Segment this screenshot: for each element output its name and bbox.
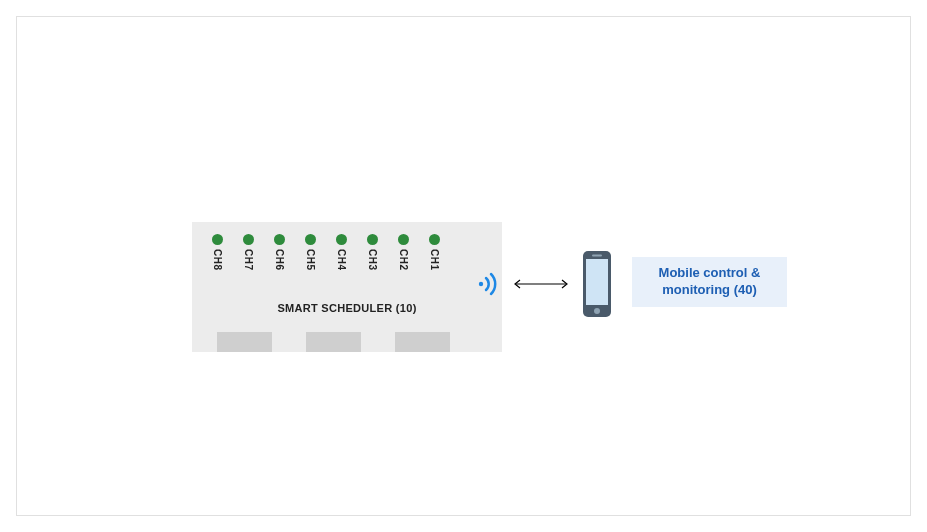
channel: CH4: [336, 234, 347, 271]
channel-label: CH1: [429, 249, 440, 271]
led-icon: [398, 234, 409, 245]
led-icon: [367, 234, 378, 245]
smart-scheduler-device: CH8 CH7 CH6 CH5 CH4 CH3: [192, 222, 502, 352]
channel: CH1: [429, 234, 440, 271]
mobile-control-label: Mobile control & monitoring (40): [640, 265, 779, 299]
channel-label: CH8: [212, 249, 223, 271]
bidirectional-arrow-icon: [512, 283, 570, 285]
wifi-icon: [477, 272, 501, 296]
channel: CH3: [367, 234, 378, 271]
channel: CH7: [243, 234, 254, 271]
connector-slot: [306, 332, 361, 352]
led-icon: [305, 234, 316, 245]
connector-slot: [217, 332, 272, 352]
connector-slot: [395, 332, 450, 352]
svg-point-4: [594, 308, 600, 314]
channel-label: CH6: [274, 249, 285, 271]
svg-point-0: [479, 282, 483, 286]
connector-slots: [217, 332, 450, 352]
channel-label: CH3: [367, 249, 378, 271]
mobile-phone-icon: [577, 249, 617, 319]
channel-label: CH7: [243, 249, 254, 271]
mobile-control-label-box: Mobile control & monitoring (40): [632, 257, 787, 307]
led-icon: [274, 234, 285, 245]
led-icon: [212, 234, 223, 245]
channel: CH8: [212, 234, 223, 271]
led-icon: [336, 234, 347, 245]
led-icon: [429, 234, 440, 245]
scheduler-title: SMART SCHEDULER (10): [192, 302, 502, 314]
led-icon: [243, 234, 254, 245]
svg-rect-3: [586, 259, 608, 305]
channel-label: CH5: [305, 249, 316, 271]
channel: CH2: [398, 234, 409, 271]
svg-rect-5: [592, 255, 602, 257]
channel-label: CH2: [398, 249, 409, 271]
channel: CH5: [305, 234, 316, 271]
channel-label: CH4: [336, 249, 347, 271]
diagram-frame: CH8 CH7 CH6 CH5 CH4 CH3: [16, 16, 911, 516]
channel: CH6: [274, 234, 285, 271]
channel-row: CH8 CH7 CH6 CH5 CH4 CH3: [212, 234, 440, 271]
